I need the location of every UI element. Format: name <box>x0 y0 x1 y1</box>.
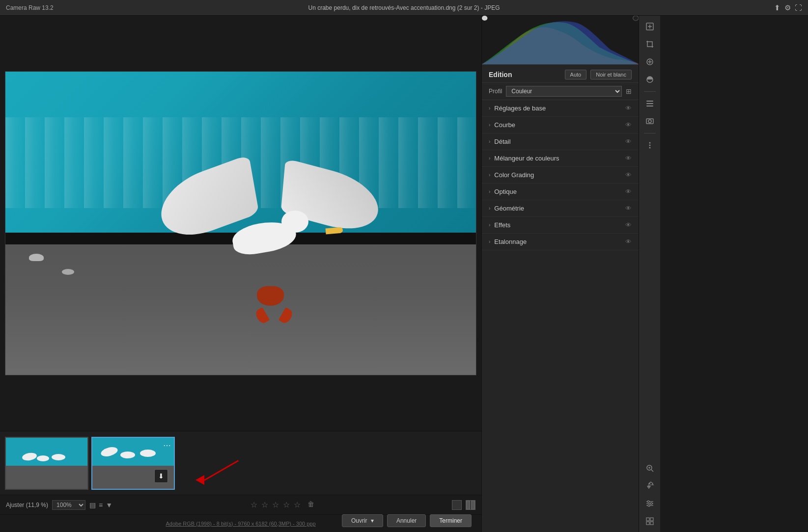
panel-item-reglages-base[interactable]: › Réglages de base 👁 <box>482 100 639 117</box>
more-tool-icon[interactable] <box>642 137 658 153</box>
list-icon[interactable]: ≡ <box>99 501 103 509</box>
svg-point-14 <box>648 120 651 123</box>
edition-title: Edition <box>489 71 561 79</box>
star-5[interactable]: ☆ <box>294 500 301 509</box>
grid-icon[interactable] <box>642 513 658 529</box>
zoom-label: Ajuster (11,9 %) <box>6 502 48 508</box>
chevron-icon: › <box>489 189 490 194</box>
visibility-icon[interactable]: 👁 <box>625 105 632 112</box>
panel-item-color-grading[interactable]: › Color Grading 👁 <box>482 167 639 184</box>
single-view-btn[interactable] <box>452 500 462 510</box>
svg-rect-31 <box>650 522 653 525</box>
toolbar-separator-2 <box>644 133 656 133</box>
chevron-icon: › <box>489 122 490 128</box>
edition-section: Edition Auto Noir et blanc <box>482 65 639 83</box>
zoom-select[interactable]: 100% 50% 200% Ajuster <box>52 500 85 510</box>
auto-button[interactable]: Auto <box>565 70 587 80</box>
status-left: Ajuster (11,9 %) 100% 50% 200% Ajuster ▤… <box>6 500 112 510</box>
titlebar: Camera Raw 13.2 Un crabe perdu, dix de r… <box>0 0 808 16</box>
bw-button[interactable]: Noir et blanc <box>590 70 632 80</box>
chevron-icon: › <box>489 139 490 144</box>
visibility-icon[interactable]: 👁 <box>625 221 632 229</box>
adjust-icon[interactable] <box>642 496 658 511</box>
app-title: Camera Raw 13.2 <box>6 4 54 11</box>
open-button[interactable]: Ouvrir ▾ <box>342 514 383 527</box>
footer: Adobe RGB (1998) - 8 bit(s) - 9760 x 618… <box>0 514 481 532</box>
panel-item-label: Courbe <box>494 121 625 129</box>
chevron-icon: › <box>489 156 490 161</box>
svg-rect-29 <box>650 518 653 521</box>
red-arrow <box>196 475 244 485</box>
thumb-save-icon[interactable]: ⬇ <box>154 469 168 483</box>
panel-item-etalonnage[interactable]: › Etalonnage 👁 <box>482 234 639 250</box>
panel-item-effets[interactable]: › Effets 👁 <box>482 217 639 234</box>
visibility-icon[interactable]: 👁 <box>625 121 632 129</box>
compare-view-btn[interactable] <box>466 500 475 510</box>
zoom-in-icon[interactable] <box>642 460 658 476</box>
visibility-icon[interactable]: 👁 <box>625 171 632 179</box>
footer-actions: Ouvrir ▾ Annuler Terminer <box>342 514 472 527</box>
edit-tool-icon[interactable] <box>642 19 658 34</box>
panel-item-courbe[interactable]: › Courbe 👁 <box>482 117 639 133</box>
thumb-more-icon[interactable]: ⋯ <box>163 441 171 450</box>
chevron-icon: › <box>489 222 490 228</box>
heal-tool-icon[interactable] <box>642 54 658 70</box>
panel-item-label: Géométrie <box>494 205 625 212</box>
profile-label: Profil <box>489 88 502 95</box>
filter-icon[interactable]: ▼ <box>106 501 112 509</box>
chevron-icon: › <box>489 106 490 111</box>
panel-item-melangeur[interactable]: › Mélangeur de couleurs 👁 <box>482 150 639 167</box>
svg-point-26 <box>650 503 652 505</box>
cancel-button[interactable]: Annuler <box>387 514 426 527</box>
star-3[interactable]: ☆ <box>272 500 279 509</box>
upload-icon[interactable]: ⬆ <box>774 3 780 12</box>
mask-tool-icon[interactable] <box>642 72 658 87</box>
snapshots-tool-icon[interactable] <box>642 113 658 129</box>
svg-rect-30 <box>646 522 649 525</box>
status-bar: Ajuster (11,9 %) 100% 50% 200% Ajuster ▤… <box>0 495 481 514</box>
title-actions: ⬆ ⚙ ⛶ <box>774 3 802 12</box>
panel-item-detail[interactable]: › Détail 👁 <box>482 133 639 150</box>
settings-icon[interactable]: ⚙ <box>784 3 791 12</box>
presets-tool-icon[interactable] <box>642 96 658 111</box>
star-4[interactable]: ☆ <box>283 500 290 509</box>
visibility-icon[interactable]: 👁 <box>625 205 632 212</box>
filmstrip-thumb-2[interactable]: ⋯ ⬇ <box>91 437 175 490</box>
star-2[interactable]: ☆ <box>261 500 268 509</box>
profile-grid-icon[interactable]: ⊞ <box>626 87 632 95</box>
svg-point-17 <box>649 147 650 149</box>
panel-item-label: Etalonnage <box>494 238 625 245</box>
visibility-icon[interactable]: 👁 <box>625 138 632 145</box>
status-icons: ▤ ≡ ▼ <box>89 501 112 509</box>
pan-icon[interactable] <box>642 478 658 494</box>
filmstrip-area: ⋯ ⬇ <box>0 431 481 495</box>
expand-icon[interactable]: ⛶ <box>795 3 802 12</box>
right-toolbar <box>639 16 660 532</box>
visibility-icon[interactable]: 👁 <box>625 238 632 245</box>
main-image <box>5 71 476 375</box>
star-1[interactable]: ☆ <box>251 500 257 509</box>
toolbar-separator-1 <box>644 91 656 92</box>
status-center: ☆ ☆ ☆ ☆ ☆ 🗑 <box>120 500 444 509</box>
canvas-area <box>0 16 481 431</box>
visibility-icon[interactable]: 👁 <box>625 155 632 162</box>
filmstrip-icon[interactable]: ▤ <box>89 501 96 509</box>
profile-select[interactable]: Couleur Adobe Couleur Neutre <box>506 86 622 97</box>
crop-tool-icon[interactable] <box>642 36 658 52</box>
chevron-icon: › <box>489 206 490 211</box>
file-title: Un crabe perdu, dix de retrouvés-Avec ac… <box>308 4 500 11</box>
profile-row: Profil Couleur Adobe Couleur Neutre ⊞ <box>482 83 639 100</box>
done-button[interactable]: Terminer <box>430 514 472 527</box>
chevron-icon: › <box>489 172 490 178</box>
footer-info-link[interactable]: Adobe RGB (1998) - 8 bit(s) - 9760 x 618… <box>166 521 315 527</box>
panel-item-optique[interactable]: › Optique 👁 <box>482 184 639 200</box>
panel-item-geometrie[interactable]: › Géométrie 👁 <box>482 200 639 217</box>
status-right <box>452 500 475 510</box>
panel-item-label: Color Grading <box>494 171 625 179</box>
svg-rect-12 <box>646 106 653 106</box>
filmstrip-thumb-1[interactable] <box>5 437 88 490</box>
svg-point-2 <box>633 16 639 21</box>
panel-item-label: Réglages de base <box>494 105 625 112</box>
visibility-icon[interactable]: 👁 <box>625 188 632 195</box>
delete-icon[interactable]: 🗑 <box>307 500 314 509</box>
